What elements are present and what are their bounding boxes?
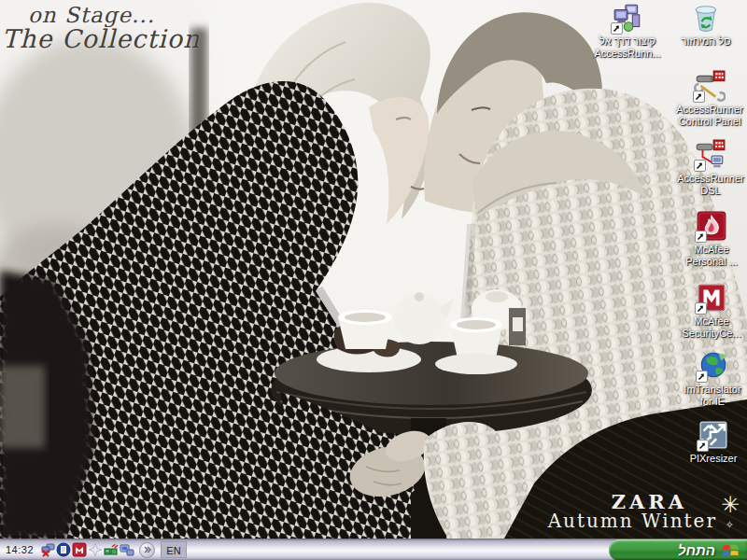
desktop-icon-label: קיצור דרך אל AccessRunn... (586, 35, 669, 60)
desktop-icon-label: McAfee Personal ... (670, 244, 747, 268)
desktop-icon-accessrunner-dsl[interactable]: AccessRunner DSL (669, 139, 747, 197)
tray-expand-chevron-button[interactable] (139, 542, 155, 558)
modem-dsl-icon (695, 139, 726, 171)
shortcut-arrow-icon (697, 440, 709, 452)
shortcut-arrow-icon (693, 91, 705, 103)
shortcut-arrow-icon (696, 371, 708, 383)
desktop-icon-accessrunner-shortcut[interactable]: קיצור דרך אל AccessRunn... (586, 2, 669, 60)
translator-star-icon[interactable] (88, 542, 103, 557)
desktop-icon-label: סל המיחזור (665, 35, 747, 48)
campaign-line2: The Collection (2, 26, 205, 52)
mcafee-m-icon (696, 282, 727, 314)
taskbar-clock[interactable]: 14:32 (6, 544, 34, 555)
scheduler-document-icon[interactable] (56, 542, 71, 557)
system-tray: 14:32 (0, 539, 155, 560)
desktop-screen: on Stage... The Collection ZARA Autumn W… (0, 0, 747, 560)
modem-control-panel-icon (694, 70, 726, 102)
shortcut-arrow-icon (695, 231, 707, 243)
desktop-icon-label: AccessRunner Control Panel (669, 104, 747, 128)
brand-season: Autumn Winter (536, 511, 717, 530)
desktop-icon-accessrunner-control-panel[interactable]: AccessRunner Control Panel (669, 70, 747, 128)
wallpaper-campaign-title: on Stage... The Collection (0, 4, 205, 52)
network-connection-icon[interactable] (120, 542, 134, 557)
dsl-modem-activity-icon[interactable] (104, 542, 119, 557)
mcafee-flame-icon (696, 210, 727, 242)
campaign-line1: on Stage... (28, 4, 205, 26)
desktop-icon-recycle-bin[interactable]: סל המיחזור (665, 2, 747, 48)
desktop-icon-imtranslator[interactable]: ImTranslator for IE (671, 350, 747, 408)
brand-name: ZARA (536, 492, 687, 511)
desktop-icon-mcafee-personal[interactable]: McAfee Personal ... (670, 210, 747, 268)
shortcut-arrow-icon (694, 160, 706, 172)
snowflake-small-icon: ✧ (726, 520, 734, 530)
windows-logo-icon (721, 541, 740, 560)
desktop-icon-mcafee-securitycenter[interactable]: McAfee SecurityCe... (670, 282, 747, 340)
start-button-label: התחל (678, 542, 715, 558)
mcafee-tray-icon[interactable] (72, 542, 87, 557)
shortcut-arrow-icon (695, 302, 707, 315)
desktop-icon-label: ImTranslator for IE (671, 384, 747, 408)
desktop-icon-label: PIXresizer (672, 453, 747, 465)
computers-offline-icon[interactable] (40, 542, 55, 557)
taskbar: 14:32 (0, 539, 747, 560)
wallpaper-photo: on Stage... The Collection ZARA Autumn W… (0, 0, 747, 539)
shortcut-arrow-icon (611, 22, 623, 35)
language-indicator[interactable]: EN (161, 541, 187, 558)
resize-arrows-icon (698, 419, 729, 451)
globe-translate-icon (697, 350, 728, 382)
desktop-icon-label: AccessRunner DSL (669, 173, 747, 197)
desktop-icon-pixresizer[interactable]: PIXresizer (672, 419, 747, 465)
recycle-bin-icon (690, 2, 722, 34)
wallpaper-brand-block: ZARA Autumn Winter ✳ ✧ (536, 492, 741, 530)
start-button[interactable]: התחל (609, 539, 747, 560)
network-computers-shortcut-icon (612, 2, 643, 34)
desktop-icon-label: McAfee SecurityCe... (670, 315, 747, 340)
snowflake-icon: ✳ (721, 494, 740, 516)
